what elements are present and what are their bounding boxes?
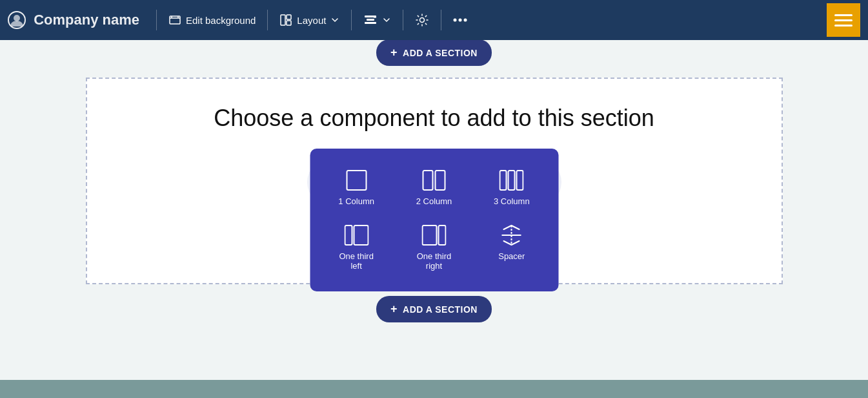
edit-background-button[interactable]: Edit background (162, 10, 262, 30)
popup-1-column[interactable]: 1 Column (319, 162, 394, 214)
svg-rect-24 (509, 171, 515, 190)
spacer-icon (500, 224, 524, 246)
divider-3 (351, 10, 352, 30)
section-title: Choose a component to add to this sectio… (214, 105, 654, 132)
svg-rect-3 (281, 15, 285, 25)
svg-point-11 (459, 19, 462, 22)
popup-one-third-right[interactable]: One third right (396, 216, 471, 278)
main-area: + ADD A SECTION Choose a component to ad… (0, 40, 868, 398)
hamburger-line-3 (834, 25, 853, 26)
svg-rect-20 (347, 171, 366, 190)
svg-point-12 (464, 19, 467, 22)
hamburger-button[interactable] (827, 3, 860, 37)
svg-rect-26 (345, 225, 352, 245)
components-row: T Text Button (100, 158, 769, 224)
1-column-icon (344, 169, 368, 191)
layout-dropdown-popup: 1 Column 2 Column (310, 149, 558, 291)
settings-button[interactable] (409, 9, 436, 31)
3-column-icon (500, 169, 524, 191)
gear-icon (415, 13, 429, 27)
popup-3-column[interactable]: 3 Column (474, 162, 549, 214)
svg-rect-5 (287, 21, 291, 25)
align-icon (363, 13, 378, 27)
divider-5 (441, 10, 441, 30)
popup-spacer[interactable]: Spacer (474, 216, 549, 278)
svg-rect-23 (500, 171, 507, 190)
edit-bg-icon (168, 14, 181, 26)
one-third-left-icon (344, 224, 368, 246)
plus-icon-bottom: + (390, 302, 398, 316)
layout-icon (279, 14, 292, 26)
plus-icon-top: + (390, 46, 398, 59)
hamburger-line-2 (834, 19, 853, 21)
add-section-top-button[interactable]: + ADD A SECTION (376, 39, 492, 66)
svg-rect-7 (367, 19, 374, 21)
toolbar: Company name Edit background Layout (0, 0, 868, 40)
footer-bar (0, 380, 868, 398)
svg-rect-8 (365, 22, 376, 24)
company-name: Company name (8, 11, 139, 29)
svg-rect-29 (438, 225, 445, 245)
2-column-icon (421, 169, 446, 191)
svg-rect-25 (517, 171, 523, 190)
hamburger-line-1 (834, 14, 853, 16)
svg-rect-28 (422, 225, 436, 245)
svg-rect-4 (287, 15, 291, 19)
bottom-add-section-area: + ADD A SECTION (376, 296, 492, 322)
divider-1 (156, 10, 157, 30)
svg-point-1 (14, 15, 20, 21)
layout-button[interactable]: Layout (273, 10, 346, 30)
svg-rect-22 (435, 171, 445, 190)
align-button[interactable] (357, 9, 398, 31)
popup-one-third-left[interactable]: One third left (319, 216, 394, 278)
divider-4 (403, 10, 403, 30)
more-options-icon (453, 17, 467, 23)
chevron-down-icon-2 (382, 16, 391, 25)
svg-point-9 (420, 18, 425, 23)
svg-point-10 (454, 19, 457, 22)
svg-rect-21 (423, 171, 432, 190)
divider-2 (267, 10, 268, 30)
add-section-bottom-button[interactable]: + ADD A SECTION (376, 296, 492, 322)
content-section: Choose a component to add to this sectio… (86, 78, 783, 284)
more-options-button[interactable] (447, 14, 474, 26)
popup-2-column[interactable]: 2 Column (396, 162, 471, 214)
svg-rect-27 (354, 225, 368, 245)
chevron-down-icon (330, 16, 339, 25)
one-third-right-icon (421, 224, 446, 246)
